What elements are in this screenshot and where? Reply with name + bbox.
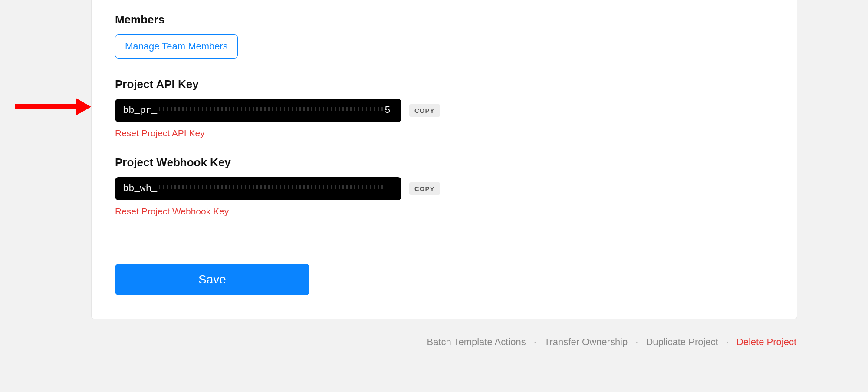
footer-links: Batch Template Actions · Transfer Owners… bbox=[427, 336, 796, 348]
api-key-prefix: bb_pr_ bbox=[123, 105, 157, 116]
copy-api-key-button[interactable]: COPY bbox=[409, 104, 440, 117]
callout-arrow bbox=[15, 98, 91, 115]
reset-webhook-key-link[interactable]: Reset Project Webhook Key bbox=[115, 206, 229, 217]
webhook-key-prefix: bb_wh_ bbox=[123, 183, 157, 194]
webhook-key-heading: Project Webhook Key bbox=[115, 156, 773, 169]
settings-card: Members Manage Team Members Project API … bbox=[91, 0, 797, 319]
batch-template-actions-link[interactable]: Batch Template Actions bbox=[427, 336, 526, 348]
webhook-key-row: bb_wh_ COPY bbox=[115, 177, 773, 200]
card-footer: Save bbox=[92, 240, 797, 319]
redacted-icon bbox=[159, 107, 385, 111]
manage-team-members-button[interactable]: Manage Team Members bbox=[115, 34, 238, 59]
separator-icon: · bbox=[726, 336, 729, 348]
duplicate-project-link[interactable]: Duplicate Project bbox=[646, 336, 718, 348]
webhook-key-value[interactable]: bb_wh_ bbox=[115, 177, 401, 200]
delete-project-link[interactable]: Delete Project bbox=[736, 336, 796, 348]
transfer-ownership-link[interactable]: Transfer Ownership bbox=[544, 336, 628, 348]
api-key-suffix: 5 bbox=[385, 105, 390, 116]
separator-icon: · bbox=[635, 336, 638, 348]
reset-api-key-link[interactable]: Reset Project API Key bbox=[115, 128, 205, 138]
redacted-icon bbox=[159, 185, 385, 189]
api-key-heading: Project API Key bbox=[115, 78, 773, 91]
save-button[interactable]: Save bbox=[115, 264, 309, 295]
api-key-row: bb_pr_5 COPY bbox=[115, 99, 773, 122]
card-body: Members Manage Team Members Project API … bbox=[92, 13, 797, 240]
arrow-head-icon bbox=[76, 98, 91, 115]
copy-webhook-key-button[interactable]: COPY bbox=[409, 182, 440, 195]
api-key-value[interactable]: bb_pr_5 bbox=[115, 99, 401, 122]
separator-icon: · bbox=[534, 336, 536, 348]
arrow-line bbox=[15, 104, 78, 109]
members-heading: Members bbox=[115, 13, 773, 26]
